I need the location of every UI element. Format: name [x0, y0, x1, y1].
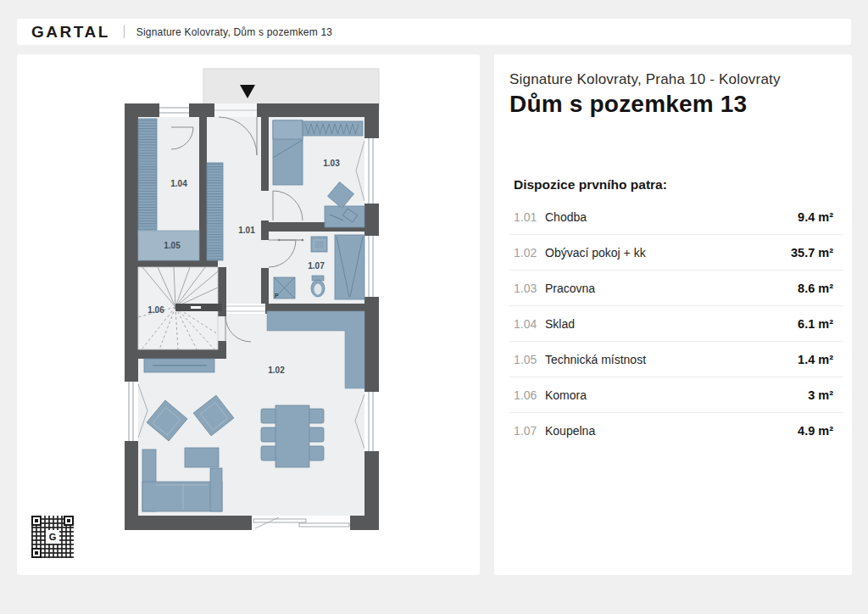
room-row: 1.03 Pracovna 8.6 m²: [509, 271, 843, 306]
room-code: 1.06: [514, 388, 545, 402]
room-code: 1.05: [514, 353, 545, 366]
section-heading: Dispozice prvního patra:: [514, 177, 843, 193]
qr-finder-icon: [31, 516, 42, 526]
room-name: Chodba: [545, 210, 798, 224]
sideboard: [144, 359, 214, 372]
room-area: 6.1 m²: [798, 317, 833, 331]
room-label-106: 1.06: [147, 305, 164, 315]
dining-set: [261, 405, 324, 467]
room-name: Koupelna: [545, 424, 798, 438]
room-area: 9.4 m²: [798, 210, 833, 224]
room-label-102: 1.02: [268, 366, 285, 375]
room-row: 1.06 Komora 3 m²: [509, 377, 843, 413]
room-code: 1.02: [514, 246, 545, 260]
coffee-table: [185, 448, 219, 467]
room-code: 1.01: [514, 210, 545, 224]
room-row: 1.05 Technická místnost 1.4 m²: [509, 342, 843, 377]
room-code: 1.03: [514, 282, 545, 295]
shower: [335, 235, 364, 299]
room-name: Komora: [545, 388, 808, 402]
room-name: Obývací pokoj + kk: [545, 246, 791, 260]
room-name: Pracovna: [545, 282, 798, 295]
room-list: 1.01 Chodba 9.4 m² 1.02 Obývací pokoj + …: [509, 199, 843, 448]
room-label-107: 1.07: [308, 261, 325, 271]
room-name: Technická místnost: [545, 353, 798, 366]
project-subtitle: Signature Kolovraty, Praha 10 - Kolovrat…: [509, 71, 843, 88]
room-area: 1.4 m²: [798, 353, 833, 366]
washer-label: P: [275, 293, 279, 299]
page-title: Dům s pozemkem 13: [509, 91, 843, 118]
room-label-103: 1.03: [323, 159, 340, 168]
qr-logo-letter: G: [46, 530, 59, 544]
breadcrumb: Signature Kolovraty, Dům s pozemkem 13: [136, 26, 332, 38]
room-row: 1.01 Chodba 9.4 m²: [509, 199, 843, 235]
floor-plan-card: P: [17, 54, 480, 575]
room-name: Sklad: [545, 317, 798, 331]
room-code: 1.07: [514, 424, 545, 438]
qr-code: G: [31, 516, 74, 558]
room-label-101: 1.01: [238, 226, 255, 235]
room-label-105: 1.05: [164, 241, 181, 250]
header-separator: [124, 25, 125, 38]
room-code: 1.04: [514, 317, 545, 331]
floor-plan: P: [17, 54, 480, 575]
qr-finder-icon: [64, 516, 74, 526]
room-row: 1.04 Sklad 6.1 m²: [509, 306, 843, 342]
room-area: 3 m²: [808, 388, 833, 402]
info-card: Signature Kolovraty, Praha 10 - Kolovrat…: [494, 54, 852, 575]
header-bar: GARTAL Signature Kolovraty, Dům s pozemk…: [17, 19, 851, 45]
room-area: 35.7 m²: [791, 246, 833, 260]
page: GARTAL Signature Kolovraty, Dům s pozemk…: [0, 0, 868, 614]
dining-table: [275, 405, 309, 467]
qr-finder-icon: [31, 548, 42, 558]
gartal-logo[interactable]: GARTAL: [31, 23, 110, 42]
room-area: 4.9 m²: [798, 424, 833, 438]
room-row: 1.07 Koupelna 4.9 m²: [509, 413, 843, 448]
room-row: 1.02 Obývací pokoj + kk 35.7 m²: [509, 235, 843, 271]
room-area: 8.6 m²: [798, 282, 833, 295]
room-label-104: 1.04: [170, 179, 187, 188]
